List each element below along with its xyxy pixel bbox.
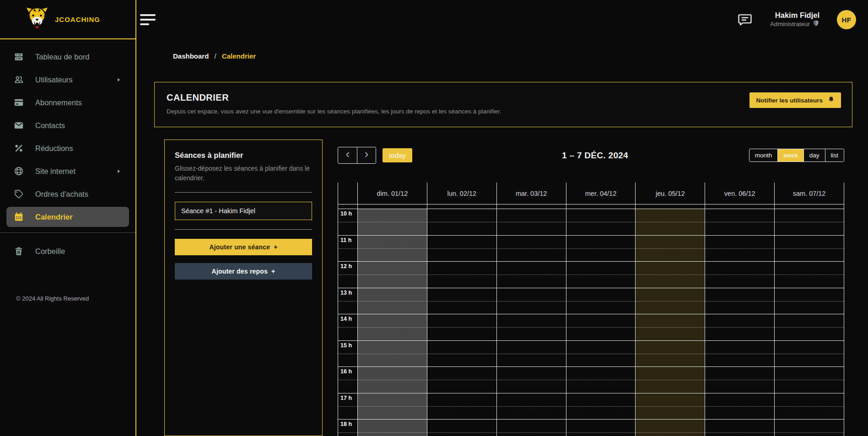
chevron-left-icon xyxy=(344,151,352,160)
calendar-area: today 1 – 7 DÉC. 2024 monthweekdaylist d… xyxy=(338,140,852,436)
sidebar-item-calendrier[interactable]: Calendrier xyxy=(6,207,129,227)
content: Dashboard / Calendrier CALENDRIER Depuis… xyxy=(136,39,868,436)
hour-label: 14 h xyxy=(340,316,352,322)
draggable-session-item[interactable]: Séance #1 - Hakim Fidjel xyxy=(175,202,312,220)
day-header-dim-01-12: dim. 01/12 xyxy=(357,183,427,204)
hour-label: 12 h xyxy=(340,263,352,269)
calendar-title: 1 – 7 DÉC. 2024 xyxy=(562,151,628,161)
sidebar-item-label: Contacts xyxy=(35,121,65,130)
plus-icon: + xyxy=(271,268,275,275)
page-subtitle: Depuis cet espace, vous avez une vue d'e… xyxy=(167,108,501,115)
topbar-right: Hakim Fidjel Administrateur HF xyxy=(737,10,856,29)
prev-week-button[interactable] xyxy=(338,147,357,163)
hour-row-10-h: 10 h xyxy=(338,209,844,235)
calendar-rows: 10 h11 h12 h13 h14 h15 h16 h17 h18 h xyxy=(338,209,844,436)
divider xyxy=(175,229,312,230)
view-button-day[interactable]: day xyxy=(803,149,825,161)
user-role: Administrateur xyxy=(770,20,819,29)
hour-label: 16 h xyxy=(340,368,352,375)
sidebar-item-ordres-d-achats[interactable]: Ordres d'achats xyxy=(6,184,129,204)
view-button-month[interactable]: month xyxy=(749,149,778,161)
breadcrumb-dashboard[interactable]: Dashboard xyxy=(173,52,209,60)
today-button[interactable]: today xyxy=(383,148,412,162)
main-area: Hakim Fidjel Administrateur HF xyxy=(136,0,868,436)
calendar-header-row: dim. 01/12lun. 02/12mar. 03/12mer. 04/12… xyxy=(338,183,844,205)
sidebar-item-abonnements[interactable]: Abonnements xyxy=(6,92,129,113)
day-header-mar-03-12: mar. 03/12 xyxy=(496,183,566,204)
shield-icon xyxy=(813,20,819,29)
time-axis-gutter xyxy=(338,183,357,204)
trash-icon xyxy=(14,246,24,256)
content-row: Séances à planifier Glissez-déposez les … xyxy=(154,140,852,436)
copyright-text: © 2024 All Rights Reserved xyxy=(0,295,135,302)
user-block[interactable]: Hakim Fidjel Administrateur xyxy=(770,11,819,29)
avatar[interactable]: HF xyxy=(837,10,856,29)
view-button-week[interactable]: week xyxy=(777,149,803,161)
day-header-sam-07-12: sam. 07/12 xyxy=(774,183,844,204)
sidebar-item-reductions[interactable]: Réductions xyxy=(6,138,129,158)
card-icon xyxy=(14,97,24,108)
tag-icon xyxy=(14,189,24,199)
sidebar-divider xyxy=(0,232,135,233)
hour-label: 15 h xyxy=(340,342,352,349)
planner-items: Séance #1 - Hakim Fidjel xyxy=(175,202,312,220)
hour-label: 11 h xyxy=(340,237,351,243)
dashboard-icon xyxy=(14,52,24,62)
add-session-button[interactable]: Ajouter une séance+ xyxy=(175,239,312,255)
bell-icon xyxy=(828,96,835,104)
chevron-right-icon xyxy=(116,168,122,174)
globe-icon xyxy=(14,166,24,176)
breadcrumb-separator: / xyxy=(215,52,216,60)
page-header-card: CALENDRIER Depuis cet espace, vous avez … xyxy=(154,82,852,127)
hour-row-14-h: 14 h xyxy=(338,314,844,340)
day-header-jeu-05-12: jeu. 05/12 xyxy=(635,183,705,204)
sidebar-item-label: Tableau de bord xyxy=(35,53,89,61)
sidebar: JCOACHING Tableau de bordUtilisateursAbo… xyxy=(0,0,136,436)
sidebar-item-label: Calendrier xyxy=(35,213,73,221)
add-rest-button[interactable]: Ajouter des repos+ xyxy=(175,263,312,280)
envelope-icon xyxy=(14,120,24,130)
sidebar-item-tableau-de-bord[interactable]: Tableau de bord xyxy=(6,47,129,67)
hour-row-17-h: 17 h xyxy=(338,393,844,420)
hour-label: 17 h xyxy=(340,395,352,401)
calendar-icon xyxy=(14,212,24,222)
topbar: Hakim Fidjel Administrateur HF xyxy=(136,0,868,39)
calendar-table: dim. 01/12lun. 02/12mar. 03/12mer. 04/12… xyxy=(338,183,844,436)
hour-label: 10 h xyxy=(340,210,352,217)
notify-users-button[interactable]: Notifier les utilisateurs xyxy=(749,92,841,108)
breadcrumb: Dashboard / Calendrier xyxy=(173,52,852,60)
users-icon xyxy=(14,75,24,85)
sidebar-item-site-internet[interactable]: Site internet xyxy=(6,161,129,181)
plus-icon: + xyxy=(274,243,277,251)
hour-row-12-h: 12 h xyxy=(338,261,844,288)
hour-row-16-h: 16 h xyxy=(338,366,844,393)
sidebar-item-label: Réductions xyxy=(35,144,73,153)
sidebar-item-corbeille[interactable]: Corbeille xyxy=(6,241,129,261)
sidebar-item-utilisateurs[interactable]: Utilisateurs xyxy=(6,70,129,90)
logo-bar: JCOACHING xyxy=(0,0,135,39)
hour-row-15-h: 15 h xyxy=(338,340,844,367)
sidebar-nav: Tableau de bordUtilisateursAbonnementsCo… xyxy=(0,39,135,264)
planner-card: Séances à planifier Glissez-déposez les … xyxy=(164,140,323,436)
hour-row-11-h: 11 h xyxy=(338,235,844,262)
user-name: Hakim Fidjel xyxy=(770,11,819,20)
hour-row-18-h: 18 h xyxy=(338,419,844,436)
next-week-button[interactable] xyxy=(357,147,376,163)
calendar-toolbar: today 1 – 7 DÉC. 2024 monthweekdaylist xyxy=(338,147,852,164)
day-header-mer-04-12: mer. 04/12 xyxy=(566,183,636,204)
brand-name: JCOACHING xyxy=(55,16,100,23)
hour-row-13-h: 13 h xyxy=(338,288,844,314)
sidebar-item-label: Corbeille xyxy=(35,247,65,256)
sidebar-item-contacts[interactable]: Contacts xyxy=(6,115,129,135)
percent-icon xyxy=(14,143,24,153)
calendar-body: 10 h11 h12 h13 h14 h15 h16 h17 h18 h xyxy=(338,205,844,436)
hamburger-menu-icon[interactable] xyxy=(140,14,156,25)
app-window: JCOACHING Tableau de bordUtilisateursAbo… xyxy=(0,0,868,436)
divider xyxy=(175,192,312,193)
breadcrumb-calendrier[interactable]: Calendrier xyxy=(222,52,256,60)
view-button-list[interactable]: list xyxy=(825,149,844,161)
hour-label: 13 h xyxy=(340,290,352,296)
chat-icon[interactable] xyxy=(737,12,753,27)
page-title: CALENDRIER xyxy=(167,92,501,103)
chevron-right-icon xyxy=(362,151,371,160)
